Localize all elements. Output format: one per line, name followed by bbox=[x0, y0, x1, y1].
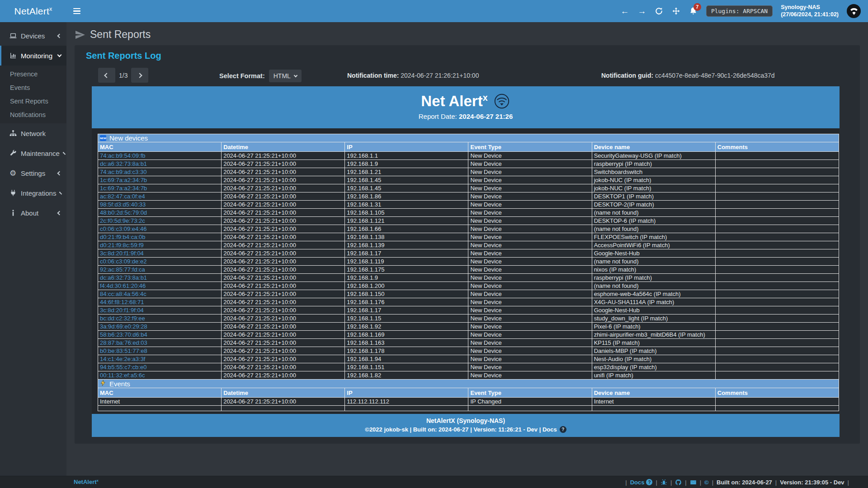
help-question-icon[interactable]: ? bbox=[646, 479, 652, 485]
column-header: Event Type bbox=[468, 142, 592, 152]
mac-link[interactable]: c0:06:c3:09:e4:46 bbox=[98, 225, 222, 233]
mac-link[interactable]: 84:cc:a8:4a:56:4c bbox=[98, 290, 222, 298]
table-cell bbox=[715, 323, 839, 331]
mac-link[interactable]: 1c:69:7a:a2:34:7b bbox=[98, 184, 222, 192]
table-cell: (name not found) bbox=[592, 225, 715, 233]
sidebar-toggle-button[interactable] bbox=[66, 0, 87, 22]
forward-arrow-icon[interactable]: → bbox=[637, 7, 646, 16]
bug-report-icon[interactable] bbox=[660, 479, 667, 486]
table-cell: New Device bbox=[468, 331, 592, 339]
statusbar-brand[interactable]: NetAlertx bbox=[74, 479, 99, 485]
sub-item-label: Sent Reports bbox=[10, 98, 48, 105]
format-select[interactable]: HTML bbox=[269, 70, 302, 82]
sidebar-item-network[interactable]: Network bbox=[0, 123, 66, 143]
table-cell: 192.168.1.17 bbox=[345, 249, 468, 258]
mac-link[interactable]: 94:b5:55:c7:cb:e0 bbox=[98, 363, 222, 371]
mac-link[interactable]: ac:82:47:ca:0f:e4 bbox=[98, 192, 222, 201]
sidebar-item-settings[interactable]: ⚙ Settings bbox=[0, 163, 66, 183]
mac-link[interactable]: dc:a6:32:73:8a:b1 bbox=[98, 160, 222, 168]
column-header: Event Type bbox=[468, 388, 592, 398]
mac-link[interactable]: 3c:8d:20:f1:9f:04 bbox=[98, 306, 222, 314]
mac-link[interactable]: 3a:9d:69:e0:29:28 bbox=[98, 323, 222, 331]
column-header: Datetime bbox=[222, 142, 345, 152]
mac-link[interactable]: f4:4d:30:61:20:46 bbox=[98, 282, 222, 290]
table-cell: New Device bbox=[468, 298, 592, 306]
sidebar-item-presence[interactable]: Presence bbox=[0, 67, 66, 81]
table-cell bbox=[715, 168, 839, 176]
events-table: Events MACDatetimeIPEvent TypeDevice nam… bbox=[98, 379, 839, 411]
mac-link[interactable]: 92:ac:85:77:fd:ca bbox=[98, 266, 222, 274]
table-row: 1c:69:7a:a2:34:7b2024-06-27 21:25:21+10:… bbox=[98, 176, 839, 184]
table-cell: jokob-NUC (IP match) bbox=[592, 184, 715, 192]
app-logo[interactable]: NetAlertx bbox=[0, 0, 66, 22]
mac-link[interactable]: d0:21:f9:8c:59:f9 bbox=[98, 241, 222, 249]
table-cell: 2024-06-27 21:25:21+10:00 bbox=[222, 331, 345, 339]
sidebar-item-integrations[interactable]: Integrations bbox=[0, 183, 66, 203]
prev-page-button[interactable] bbox=[98, 68, 115, 83]
status-bar: NetAlertx | Docs ? | | | | © | Built on:… bbox=[0, 476, 868, 488]
table-row: d0:21:f9:8c:59:f92024-06-27 21:25:21+10:… bbox=[98, 241, 839, 249]
table-cell: New Device bbox=[468, 258, 592, 266]
mac-link[interactable]: dc:a6:32:73:8a:b1 bbox=[98, 274, 222, 282]
notifications-bell-icon[interactable]: 7 bbox=[689, 7, 698, 16]
mac-link[interactable]: 14:c1:4e:2e:a3:3f bbox=[98, 355, 222, 363]
mac-link[interactable]: 74:ac:b9:54:09:fb bbox=[98, 152, 222, 160]
refresh-icon[interactable] bbox=[655, 7, 664, 16]
mac-link[interactable]: 28:87:ba:76:ed:03 bbox=[98, 339, 222, 347]
mac-link[interactable]: 74:ac:b9:ad:c3:30 bbox=[98, 168, 222, 176]
table-cell: 2024-06-27 21:25:21+10:00 bbox=[222, 233, 345, 241]
plugins-status-badge[interactable]: Plugins: ARPSCAN bbox=[706, 5, 773, 17]
mac-link[interactable]: 2c:f0:5d:9e:73:2c bbox=[98, 217, 222, 225]
sidebar: Devices Monitoring Presence Events Sent … bbox=[0, 22, 66, 476]
mac-link[interactable]: 58:b6:23:70:d6:b4 bbox=[98, 331, 222, 339]
table-row: d0:21:f9:b4:ca:0b2024-06-27 21:25:21+10:… bbox=[98, 233, 839, 241]
mac-link[interactable]: 44:6f:f8:12:68:71 bbox=[98, 298, 222, 306]
sidebar-item-maintenance[interactable]: Maintenance bbox=[0, 143, 66, 163]
app-logo-text: NetAlert bbox=[14, 6, 49, 16]
github-icon[interactable] bbox=[675, 479, 682, 486]
table-cell: 192.168.1.66 bbox=[345, 225, 468, 233]
table-cell: DESKTOP1 (IP match) bbox=[592, 192, 715, 201]
table-cell bbox=[715, 184, 839, 192]
user-avatar[interactable] bbox=[847, 4, 861, 18]
wrench-icon bbox=[9, 150, 17, 157]
sidebar-item-sent-reports[interactable]: Sent Reports bbox=[0, 94, 66, 108]
next-page-button[interactable] bbox=[131, 68, 148, 83]
mac-link[interactable]: bc:dd:c2:32:f9:ee bbox=[98, 314, 222, 323]
chevron-left-icon bbox=[59, 192, 62, 194]
sidebar-item-devices[interactable]: Devices bbox=[0, 26, 66, 46]
table-cell: 2024-06-27 21:25:21+10:00 bbox=[222, 371, 345, 380]
mac-link[interactable]: 00:11:32:ef:a5:6c bbox=[98, 371, 222, 380]
table-cell: Internet bbox=[592, 398, 715, 406]
mac-link[interactable]: 48:b0:2d:5c:79:0d bbox=[98, 209, 222, 217]
caret-down-icon bbox=[294, 73, 297, 77]
table-row: 3a:9d:69:e0:29:282024-06-27 21:25:21+10:… bbox=[98, 323, 839, 331]
events-title: Events bbox=[109, 380, 130, 388]
sidebar-item-events[interactable]: Events bbox=[0, 81, 66, 94]
question-mark-icon[interactable]: ? bbox=[560, 426, 566, 433]
mac-link[interactable]: c0:06:c3:09:de:e2 bbox=[98, 258, 222, 266]
table-cell: 192.168.1.139 bbox=[345, 241, 468, 249]
mac-link[interactable]: 3c:8d:20:f1:9f:04 bbox=[98, 249, 222, 258]
mac-link[interactable]: 1c:69:7a:a2:34:7b bbox=[98, 176, 222, 184]
docs-link[interactable]: Docs ? bbox=[630, 479, 653, 486]
copyright-icon[interactable]: © bbox=[704, 479, 709, 486]
mac-link[interactable]: 98:5f:d3:d5:40:33 bbox=[98, 201, 222, 209]
empty-row bbox=[98, 406, 839, 411]
move-icon[interactable] bbox=[672, 7, 681, 16]
mac-link[interactable]: b0:be:83:51:77:e8 bbox=[98, 347, 222, 355]
table-cell: (name not found) bbox=[592, 209, 715, 217]
table-cell bbox=[715, 160, 839, 168]
table-cell: New Device bbox=[468, 192, 592, 201]
back-arrow-icon[interactable]: ← bbox=[620, 7, 629, 16]
table-cell: New Device bbox=[468, 176, 592, 184]
sidebar-item-monitoring[interactable]: Monitoring bbox=[0, 46, 66, 66]
table-cell: 2024-06-27 21:25:21+10:00 bbox=[222, 398, 345, 406]
notification-count-badge[interactable]: 7 bbox=[693, 3, 701, 11]
mac-link[interactable]: d0:21:f9:b4:ca:0b bbox=[98, 233, 222, 241]
sidebar-item-about[interactable]: About bbox=[0, 203, 66, 223]
version-text: Version: 21:39:05 - Dev bbox=[780, 479, 844, 486]
email-icon[interactable] bbox=[690, 479, 697, 486]
table-cell bbox=[715, 371, 839, 380]
sidebar-item-notifications[interactable]: Notifications bbox=[0, 108, 66, 122]
